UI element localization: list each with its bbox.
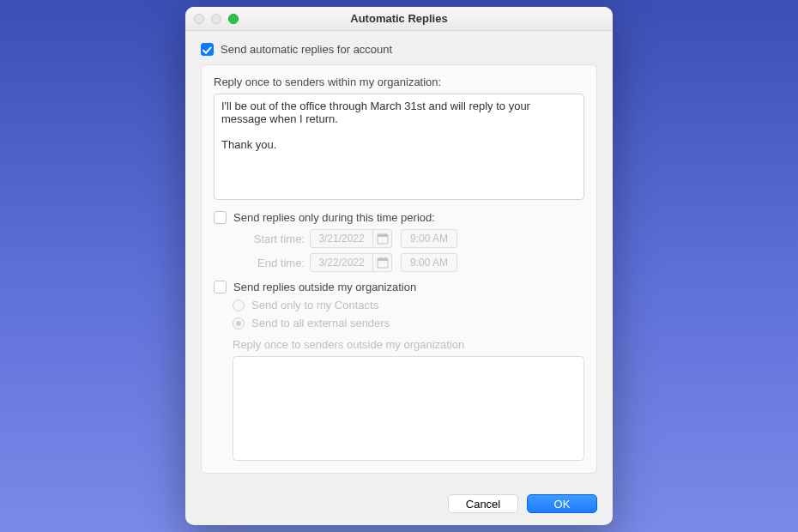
svg-rect-1 — [378, 234, 388, 237]
start-date-field[interactable] — [310, 229, 392, 248]
close-window-button[interactable] — [194, 14, 204, 24]
start-date-input[interactable] — [311, 230, 372, 247]
time-period-label: Send replies only during this time perio… — [233, 211, 435, 224]
end-time-label: End time: — [233, 257, 305, 269]
radio-contacts[interactable] — [233, 299, 245, 311]
titlebar: Automatic Replies — [185, 7, 613, 31]
send-automatic-row: Send automatic replies for account — [201, 43, 597, 56]
external-row: Send replies outside my organization — [214, 281, 584, 293]
settings-panel: Reply once to senders within my organiza… — [201, 64, 597, 474]
start-time-row: Start time: 9:00 AM — [214, 229, 584, 248]
footer: Cancel OK — [185, 484, 613, 525]
automatic-replies-window: Automatic Replies Send automatic replies… — [185, 7, 613, 525]
traffic-lights — [194, 14, 239, 24]
calendar-icon[interactable] — [372, 230, 391, 247]
window-title: Automatic Replies — [185, 12, 613, 25]
send-automatic-label: Send automatic replies for account — [221, 43, 392, 56]
external-reply-label: Reply once to senders outside my organiz… — [214, 338, 584, 351]
end-time-row: End time: 9:00 AM — [214, 253, 584, 272]
time-period-row: Send replies only during this time perio… — [214, 211, 584, 224]
end-time-field[interactable]: 9:00 AM — [401, 253, 457, 272]
cancel-button[interactable]: Cancel — [448, 494, 518, 513]
radio-all-row: Send to all external senders — [214, 317, 584, 329]
calendar-icon[interactable] — [372, 254, 391, 271]
external-label: Send replies outside my organization — [233, 281, 416, 293]
svg-rect-5 — [378, 258, 388, 261]
internal-reply-label: Reply once to senders within my organiza… — [214, 76, 584, 88]
zoom-window-button[interactable] — [228, 14, 239, 24]
external-checkbox[interactable] — [214, 281, 227, 293]
start-time-field[interactable]: 9:00 AM — [401, 229, 457, 248]
minimize-window-button[interactable] — [211, 14, 221, 24]
time-period-checkbox[interactable] — [214, 211, 227, 224]
radio-contacts-label: Send only to my Contacts — [251, 299, 378, 311]
end-date-field[interactable] — [310, 253, 392, 272]
ok-button[interactable]: OK — [527, 494, 597, 513]
internal-reply-textarea[interactable] — [214, 94, 584, 200]
end-date-input[interactable] — [311, 254, 372, 271]
radio-all-label: Send to all external senders — [251, 317, 390, 329]
window-body: Send automatic replies for account Reply… — [185, 31, 613, 484]
start-time-label: Start time: — [233, 233, 305, 245]
radio-all[interactable] — [233, 317, 245, 329]
external-reply-textarea[interactable] — [233, 356, 584, 461]
radio-contacts-row: Send only to my Contacts — [214, 299, 584, 311]
send-automatic-checkbox[interactable] — [201, 43, 214, 56]
